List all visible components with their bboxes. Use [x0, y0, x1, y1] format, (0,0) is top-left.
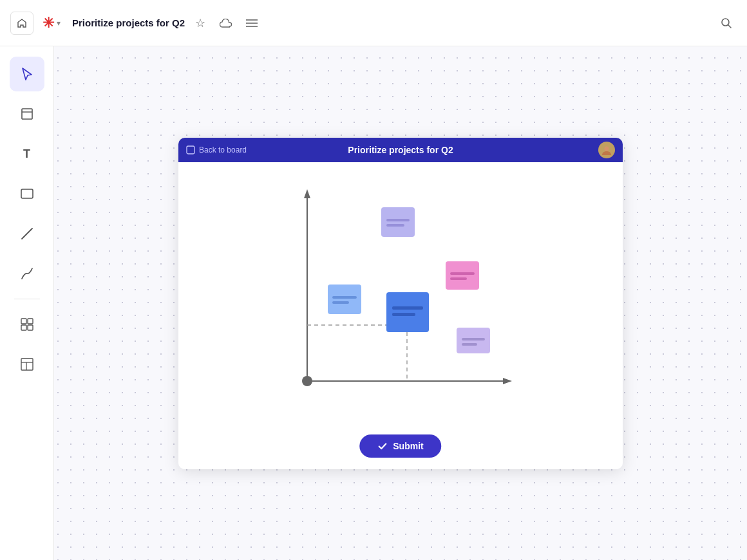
sidebar-divider [14, 299, 40, 299]
tool-pen[interactable] [10, 256, 44, 291]
tool-rectangle[interactable] [10, 176, 44, 211]
sidebar: T [0, 46, 54, 560]
chart-svg [178, 162, 623, 469]
canvas-area: Back to board Prioritize projects for Q2 [54, 46, 747, 560]
sticky-note-2[interactable] [328, 285, 361, 314]
main-layout: T [0, 46, 747, 560]
svg-rect-34 [446, 261, 479, 290]
submit-label: Submit [393, 441, 423, 451]
svg-rect-25 [381, 207, 415, 237]
text-tool-icon: T [23, 147, 30, 161]
svg-point-22 [302, 376, 312, 386]
back-to-board-label: Back to board [199, 145, 247, 154]
board-frame: Back to board Prioritize projects for Q2 [178, 138, 623, 469]
sticky-note-3[interactable] [386, 292, 429, 332]
tool-text[interactable]: T [10, 136, 44, 171]
svg-rect-5 [22, 109, 32, 119]
svg-rect-9 [21, 319, 26, 324]
tool-select[interactable] [10, 57, 44, 91]
cloud-button[interactable] [216, 13, 236, 33]
star-button[interactable]: ☆ [190, 13, 211, 33]
svg-point-17 [605, 146, 609, 151]
board-title: Prioritize projects for Q2 [348, 145, 453, 155]
svg-rect-11 [21, 325, 26, 330]
sticky-note-1[interactable] [381, 207, 415, 237]
menu-button[interactable] [241, 13, 262, 33]
svg-rect-36 [450, 277, 467, 280]
svg-rect-26 [386, 219, 410, 221]
svg-marker-19 [304, 189, 310, 198]
sticky-note-5[interactable] [457, 328, 490, 353]
svg-rect-35 [450, 272, 475, 275]
svg-rect-7 [21, 189, 33, 198]
tool-layout[interactable] [10, 347, 44, 382]
sticky-note-4[interactable] [446, 261, 479, 290]
board-content: Submit [178, 162, 623, 469]
svg-rect-33 [392, 313, 415, 316]
svg-rect-38 [462, 338, 485, 341]
svg-rect-16 [187, 146, 194, 154]
topbar: ✳ ▾ Prioritize projects for Q2 ☆ [0, 0, 747, 46]
submit-check-icon [377, 441, 388, 451]
svg-rect-10 [28, 319, 33, 324]
svg-rect-28 [328, 285, 361, 314]
page-title: Prioritize projects for Q2 [72, 17, 185, 28]
submit-button[interactable]: Submit [359, 434, 441, 458]
logo-asterisk-icon: ✳ [43, 15, 54, 32]
svg-line-4 [728, 24, 732, 28]
svg-rect-39 [462, 343, 477, 346]
svg-rect-27 [386, 224, 404, 227]
board-avatar [598, 142, 615, 158]
board-header: Back to board Prioritize projects for Q2 [178, 138, 623, 162]
home-button[interactable] [10, 12, 33, 35]
svg-line-8 [22, 229, 32, 239]
svg-marker-21 [503, 378, 512, 384]
svg-rect-31 [386, 292, 429, 332]
tool-frame[interactable] [10, 97, 44, 131]
tool-line[interactable] [10, 216, 44, 251]
back-to-board-button[interactable]: Back to board [186, 145, 247, 154]
svg-rect-29 [332, 296, 357, 299]
logo-chevron-icon: ▾ [57, 19, 61, 28]
svg-rect-30 [332, 301, 349, 304]
svg-rect-32 [392, 306, 423, 310]
tool-grid[interactable] [10, 307, 44, 342]
svg-rect-13 [21, 359, 33, 370]
search-button[interactable] [716, 13, 737, 33]
logo-button[interactable]: ✳ ▾ [39, 12, 64, 34]
svg-rect-12 [28, 325, 33, 330]
